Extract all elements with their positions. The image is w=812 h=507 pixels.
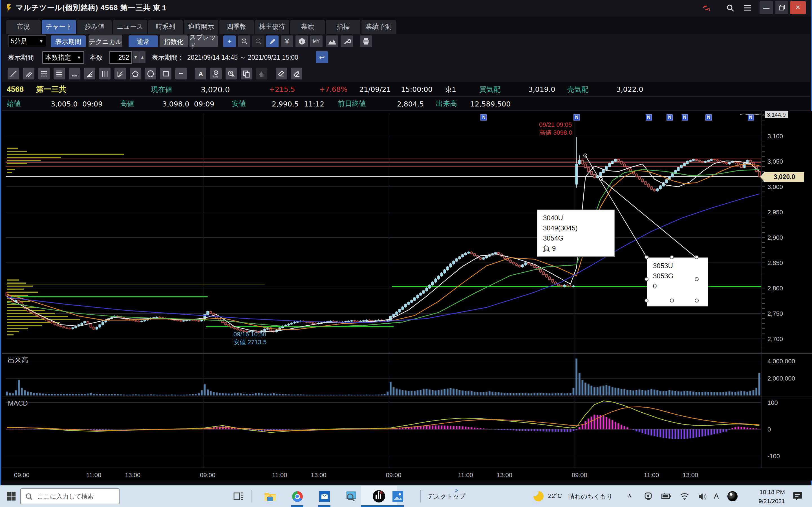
linked-window-icon[interactable]: 1 xyxy=(700,2,712,13)
v-lines-tool[interactable] xyxy=(99,68,110,79)
action-center-icon[interactable] xyxy=(791,486,804,507)
news-marker[interactable]: N xyxy=(682,114,688,121)
task-view-icon[interactable] xyxy=(231,486,246,507)
tab-7[interactable]: 四季報 xyxy=(219,20,254,34)
eraser-tool[interactable] xyxy=(276,68,287,79)
count-up-spinner[interactable]: ▲ xyxy=(139,51,146,63)
tab-8[interactable]: 株主優待 xyxy=(255,20,289,34)
move-hand-tool[interactable] xyxy=(256,68,267,79)
taskbar-clock[interactable]: 10:18 PM 9/21/2021 xyxy=(743,487,785,505)
crosshair-button[interactable]: ＋ xyxy=(223,36,236,47)
search-icon[interactable] xyxy=(724,2,737,13)
count-mode-dropdown[interactable]: 本数指定▼ xyxy=(42,51,84,64)
fan-lines-tool[interactable] xyxy=(84,68,95,79)
tab-10[interactable]: 指標 xyxy=(326,20,360,34)
rectangle-tool[interactable] xyxy=(160,68,171,79)
erase-all-tool[interactable]: A xyxy=(291,68,302,79)
tab-9[interactable]: 業績 xyxy=(290,20,325,34)
selection-handle[interactable] xyxy=(695,255,699,259)
mountain-chart-button[interactable] xyxy=(326,36,338,47)
trading-app-icon[interactable]: R xyxy=(364,486,394,507)
icon-stamp-tool[interactable]: icon xyxy=(210,68,221,79)
file-explorer-icon[interactable] xyxy=(263,486,277,507)
minimize-button[interactable]: — xyxy=(760,1,773,14)
weather-moon-icon[interactable] xyxy=(532,486,545,507)
chart-canvas[interactable]: 3,1003,0503,0002,9502,9002,8502,8002,750… xyxy=(2,111,812,481)
selection-handle[interactable] xyxy=(670,298,673,302)
chart-tooltip-board1[interactable]: 3040U3049(3045)3054G負-9 xyxy=(537,210,615,257)
zoom-in-button[interactable] xyxy=(238,36,250,47)
selection-handle[interactable] xyxy=(695,298,699,302)
display-period-button[interactable]: 表示期間 xyxy=(51,36,86,47)
h-lines3-tool[interactable] xyxy=(38,68,50,79)
yen-display-button[interactable]: ¥ xyxy=(281,36,293,47)
desktop-toolbar-label[interactable]: デスクトップ xyxy=(427,492,465,501)
desktop-toolbar-handle[interactable] xyxy=(420,490,421,503)
gann-fan-tool[interactable] xyxy=(114,68,126,79)
volume-tray-icon[interactable] xyxy=(696,486,709,507)
my-chart-button[interactable]: MY xyxy=(310,36,322,47)
tab-2[interactable]: チャート xyxy=(42,20,76,34)
ellipse-tool[interactable] xyxy=(145,68,156,79)
wifi-tray-icon[interactable] xyxy=(678,486,691,507)
interval-dropdown[interactable]: 5分足▼ xyxy=(8,36,46,47)
news-marker[interactable]: N xyxy=(666,114,673,121)
time-marker-tool[interactable] xyxy=(225,68,237,79)
weather-temp[interactable]: 22°C xyxy=(548,492,562,499)
ime-mode-a[interactable]: A xyxy=(714,492,719,500)
parallel-line-tool[interactable] xyxy=(23,68,35,79)
restore-button[interactable] xyxy=(775,1,788,14)
tab-4[interactable]: ニュース xyxy=(113,20,147,34)
chrome-icon[interactable] xyxy=(290,486,305,507)
zoom-out-button[interactable] xyxy=(252,36,264,47)
mail-app-icon[interactable] xyxy=(317,486,332,507)
svg-text:出来高: 出来高 xyxy=(8,356,28,363)
news-marker[interactable]: N xyxy=(646,114,652,121)
selection-handle[interactable] xyxy=(695,277,699,281)
news-marker[interactable]: N xyxy=(748,114,754,121)
fib-arc-tool[interactable] xyxy=(69,68,80,79)
news-marker[interactable]: N xyxy=(706,114,712,121)
photos-app-icon[interactable] xyxy=(390,486,405,507)
weather-desc[interactable]: 晴れのちくもり xyxy=(568,492,613,501)
news-marker[interactable]: N xyxy=(481,114,487,121)
chart-tooltip-board2[interactable]: 3053U3053G0 xyxy=(647,258,708,306)
start-button[interactable] xyxy=(4,486,18,507)
tab-11[interactable]: 業績予測 xyxy=(361,20,396,34)
desktop-toolbar-expand[interactable]: » xyxy=(455,487,458,494)
spread-mode-button[interactable]: スプレッド xyxy=(190,36,218,47)
menu-icon[interactable] xyxy=(742,2,754,13)
pentagon-tool[interactable] xyxy=(130,68,141,79)
count-down-spinner[interactable]: ▼ xyxy=(133,51,139,63)
tab-5[interactable]: 時系列 xyxy=(148,20,183,34)
news-marker[interactable]: N xyxy=(574,114,580,121)
taskbar-search-input[interactable]: ここに入力して検索 xyxy=(20,489,119,504)
selection-handle[interactable] xyxy=(645,298,649,302)
copy-object-tool[interactable] xyxy=(241,68,252,79)
close-button[interactable]: ✕ xyxy=(790,1,806,14)
selection-handle[interactable] xyxy=(645,277,649,281)
settings-wrench-button[interactable] xyxy=(341,36,353,47)
ime-ball-icon[interactable] xyxy=(726,486,739,507)
webcam-tray-icon[interactable] xyxy=(642,486,654,507)
trendline-tool[interactable] xyxy=(8,68,19,79)
print-button[interactable] xyxy=(360,36,372,47)
h-lines4-tool[interactable] xyxy=(54,68,65,79)
tab-3[interactable]: 歩み値 xyxy=(77,20,112,34)
tray-expand-chevron[interactable]: ∧ xyxy=(627,492,632,499)
info-button[interactable]: i xyxy=(296,36,308,47)
reset-period-button[interactable]: ↩ xyxy=(316,51,328,63)
text-tool[interactable]: A xyxy=(195,68,206,79)
tab-1[interactable]: 市況 xyxy=(6,20,41,34)
tab-6[interactable]: 適時開示 xyxy=(184,20,218,34)
snip-tool-icon[interactable] xyxy=(344,486,359,507)
h-segment-tool[interactable] xyxy=(175,68,187,79)
bar-count-input[interactable]: 252 xyxy=(109,51,132,64)
indexed-mode-button[interactable]: 指数化 xyxy=(160,36,188,47)
selection-handle[interactable] xyxy=(645,255,649,259)
battery-tray-icon[interactable] xyxy=(660,486,672,507)
selection-handle[interactable] xyxy=(670,255,673,259)
normal-mode-button[interactable]: 通常 xyxy=(129,36,158,47)
technical-button[interactable]: テクニカル xyxy=(89,36,122,47)
draw-pencil-button[interactable] xyxy=(266,36,278,47)
